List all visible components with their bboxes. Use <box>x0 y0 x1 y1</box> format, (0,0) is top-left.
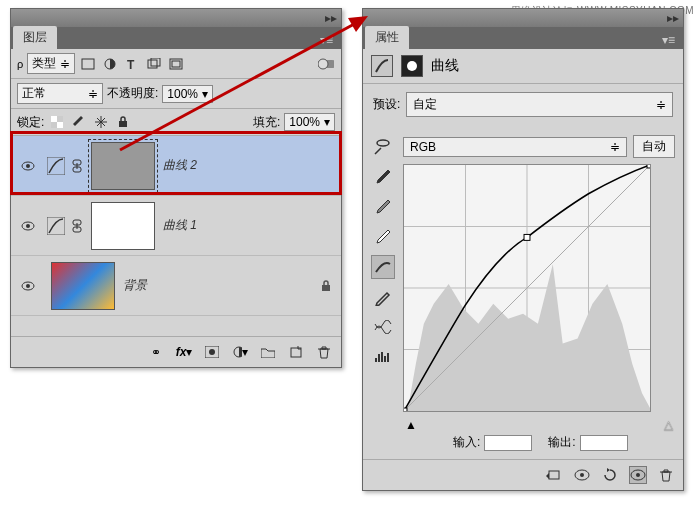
layer-thumb[interactable] <box>51 262 115 310</box>
layer-name[interactable]: 曲线 2 <box>163 157 197 174</box>
curves-tool-column <box>371 135 395 451</box>
svg-rect-0 <box>82 59 94 69</box>
curves-adj-icon <box>47 157 65 175</box>
output-value[interactable] <box>580 435 628 451</box>
curve-graph[interactable] <box>403 164 651 412</box>
fill-select[interactable]: 100%▾ <box>284 113 335 131</box>
layer-row-curves-1[interactable]: 曲线 1 <box>11 196 341 256</box>
layers-footer: ⚭ fx▾ ▾ <box>11 336 341 367</box>
svg-rect-42 <box>647 165 650 168</box>
targeted-adjust-icon[interactable] <box>371 135 395 159</box>
layer-mask-thumb[interactable] <box>91 202 155 250</box>
svg-rect-41 <box>524 234 530 240</box>
svg-point-32 <box>407 61 417 71</box>
visibility-icon[interactable] <box>21 161 35 171</box>
mask-mode-icon[interactable] <box>401 55 423 77</box>
lock-icon[interactable] <box>321 280 331 292</box>
input-value[interactable] <box>484 435 532 451</box>
svg-rect-27 <box>322 285 330 291</box>
blend-row: 正常≑ 不透明度: 100%▾ <box>11 79 341 109</box>
properties-panel: ▸▸ 属性 ▾≡ 曲线 预设: 自定≑ RGB≑ 自动 <box>362 8 684 491</box>
group-icon[interactable] <box>259 343 277 361</box>
curves-mode-icon[interactable] <box>371 55 393 77</box>
fx-icon[interactable]: fx▾ <box>175 343 193 361</box>
channel-select[interactable]: RGB≑ <box>403 137 627 157</box>
layer-name[interactable]: 背景 <box>123 277 147 294</box>
black-slider[interactable]: ▲ <box>405 418 417 432</box>
adjustment-title: 曲线 <box>431 57 459 75</box>
svg-point-45 <box>580 473 584 477</box>
curves-adj-icon <box>47 217 65 235</box>
input-label: 输入: <box>453 434 480 451</box>
visibility-icon[interactable] <box>21 281 35 291</box>
white-slider[interactable]: △ <box>664 418 673 432</box>
lock-position-icon[interactable] <box>92 113 110 131</box>
svg-point-29 <box>209 349 215 355</box>
layer-row-curves-2[interactable]: 曲线 2 <box>11 136 341 196</box>
opacity-select[interactable]: 100%▾ <box>162 85 213 103</box>
filter-pixel-icon[interactable] <box>79 55 97 73</box>
toggle-visibility-icon[interactable] <box>629 466 647 484</box>
kind-select[interactable]: 类型≑ <box>27 53 75 74</box>
blend-mode-select[interactable]: 正常≑ <box>17 83 103 104</box>
output-label: 输出: <box>548 434 575 451</box>
collapse-icon[interactable]: ▸▸ <box>667 11 679 25</box>
io-row: 输入: 输出: <box>403 434 675 451</box>
panel-menu-icon[interactable]: ▾≡ <box>316 31 337 49</box>
eyedropper-white-icon[interactable] <box>371 225 395 249</box>
opacity-label: 不透明度: <box>107 85 158 102</box>
curve-line[interactable] <box>404 165 650 411</box>
clip-icon[interactable] <box>545 466 563 484</box>
mask-icon[interactable] <box>203 343 221 361</box>
svg-rect-43 <box>549 471 559 479</box>
adjustment-icon[interactable]: ▾ <box>231 343 249 361</box>
histogram-icon[interactable] <box>371 345 395 369</box>
curve-area: RGB≑ 自动 <box>403 135 675 451</box>
new-layer-icon[interactable] <box>287 343 305 361</box>
lock-trans-icon[interactable] <box>48 113 66 131</box>
link-icon[interactable] <box>71 159 83 173</box>
props-body: RGB≑ 自动 <box>363 127 683 459</box>
auto-button[interactable]: 自动 <box>633 135 675 158</box>
link-icon[interactable] <box>71 219 83 233</box>
filter-smart-icon[interactable] <box>167 55 185 73</box>
visibility-icon[interactable] <box>21 221 35 231</box>
panel-tabs: 属性 ▾≡ <box>363 27 683 49</box>
preset-label: 预设: <box>373 96 400 113</box>
svg-point-47 <box>636 473 640 477</box>
eyedropper-gray-icon[interactable] <box>371 195 395 219</box>
lock-all-icon[interactable] <box>114 113 132 131</box>
layer-row-background[interactable]: 背景 <box>11 256 341 316</box>
preset-select[interactable]: 自定≑ <box>406 92 673 117</box>
reset-icon[interactable] <box>601 466 619 484</box>
filter-shape-icon[interactable] <box>145 55 163 73</box>
filter-adjust-icon[interactable] <box>101 55 119 73</box>
trash-icon[interactable] <box>657 466 675 484</box>
kind-label: ρ <box>17 58 23 70</box>
svg-rect-40 <box>404 408 407 411</box>
fill-label: 填充: <box>253 114 280 131</box>
lock-label: 锁定: <box>17 114 44 131</box>
link-layers-icon[interactable]: ⚭ <box>147 343 165 361</box>
eyedropper-black-icon[interactable] <box>371 165 395 189</box>
collapse-icon[interactable]: ▸▸ <box>325 11 337 25</box>
layers-panel: ▸▸ 图层 ▾≡ ρ 类型≑ T 正常≑ 不透明度: 100%▾ 锁定: 填充:… <box>10 8 342 368</box>
layer-mask-thumb[interactable] <box>91 142 155 190</box>
pencil-tool-icon[interactable] <box>371 285 395 309</box>
svg-point-8 <box>318 59 328 69</box>
trash-icon[interactable] <box>315 343 333 361</box>
smooth-icon[interactable] <box>371 315 395 339</box>
curve-tool-icon[interactable] <box>371 255 395 279</box>
svg-rect-3 <box>148 60 157 68</box>
svg-point-26 <box>26 284 30 288</box>
filter-toggle-icon[interactable] <box>317 55 335 73</box>
filter-type-icon[interactable]: T <box>123 55 141 73</box>
view-previous-icon[interactable] <box>573 466 591 484</box>
filter-row: ρ 类型≑ T <box>11 49 341 79</box>
tab-properties[interactable]: 属性 <box>365 26 409 49</box>
lock-pixels-icon[interactable] <box>70 113 88 131</box>
layer-name[interactable]: 曲线 1 <box>163 217 197 234</box>
panel-menu-icon[interactable]: ▾≡ <box>658 31 679 49</box>
tab-layers[interactable]: 图层 <box>13 26 57 49</box>
props-footer <box>363 459 683 490</box>
